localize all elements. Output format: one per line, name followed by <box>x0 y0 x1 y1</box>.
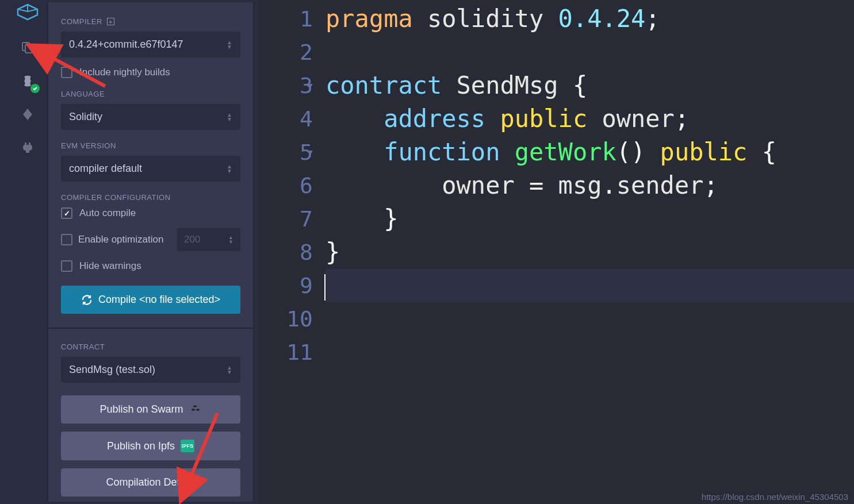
checkbox-icon <box>61 67 72 78</box>
optimization-checkbox[interactable] <box>61 234 72 245</box>
code-area[interactable]: pragma solidity 0.4.24;contract SendMsg … <box>322 0 854 504</box>
updown-icon: ▲▼ <box>228 235 233 244</box>
hide-warnings-checkbox[interactable]: Hide warnings <box>61 260 240 272</box>
compiler-tab-icon[interactable] <box>19 72 36 90</box>
plugin-manager-icon[interactable] <box>19 139 36 156</box>
auto-compile-checkbox[interactable]: Auto compile <box>61 207 240 219</box>
icon-sidebar <box>10 0 45 504</box>
sync-icon <box>81 294 93 306</box>
config-label: COMPILER CONFIGURATION <box>61 193 240 202</box>
updown-icon: ▲▼ <box>227 164 232 174</box>
updown-icon: ▲▼ <box>227 40 232 49</box>
add-icon[interactable]: + <box>107 18 114 25</box>
code-editor[interactable]: 123▾45▾67891011 pragma solidity 0.4.24;c… <box>259 0 854 504</box>
compile-button[interactable]: Compile <no file selected> <box>61 286 240 314</box>
file-explorer-icon[interactable] <box>19 39 36 56</box>
contract-label: CONTRACT <box>61 343 240 351</box>
svg-rect-1 <box>25 45 32 53</box>
watermark: https://blog.csdn.net/weixin_45304503 <box>702 492 848 502</box>
nightly-checkbox[interactable]: Include nightly builds <box>61 67 240 78</box>
updown-icon: ▲▼ <box>227 113 232 122</box>
publish-ipfs-button[interactable]: Publish on Ipfs IPFS <box>61 432 240 460</box>
swarm-icon <box>189 404 202 415</box>
logo-icon <box>14 3 41 23</box>
optimization-label: Enable optimization <box>78 234 171 245</box>
gutter: 123▾45▾67891011 <box>259 0 322 504</box>
optimization-row: Enable optimization 200 ▲▼ <box>61 228 240 251</box>
evm-select[interactable]: compiler default ▲▼ <box>61 156 240 182</box>
ipfs-icon: IPFS <box>181 440 194 452</box>
language-label: LANGUAGE <box>61 90 240 98</box>
checkbox-icon <box>61 207 72 219</box>
compiler-label: COMPILER + <box>61 17 240 26</box>
compilation-details-button[interactable]: Compilation Details <box>61 468 240 497</box>
optimization-runs-input[interactable]: 200 ▲▼ <box>177 228 240 251</box>
publish-swarm-button[interactable]: Publish on Swarm <box>61 395 240 424</box>
checkbox-icon <box>61 260 72 272</box>
compiler-panel: COMPILER + 0.4.24+commit.e67f0147 ▲▼ Inc… <box>47 2 254 502</box>
deploy-tab-icon[interactable] <box>19 106 36 123</box>
compiler-select[interactable]: 0.4.24+commit.e67f0147 ▲▼ <box>61 32 240 57</box>
updown-icon: ▲▼ <box>227 366 232 375</box>
language-select[interactable]: Solidity ▲▼ <box>61 104 240 130</box>
check-badge-icon <box>30 84 40 93</box>
contract-select[interactable]: SendMsg (test.sol) ▲▼ <box>61 357 240 383</box>
divider <box>48 328 253 329</box>
evm-label: EVM VERSION <box>61 141 240 150</box>
